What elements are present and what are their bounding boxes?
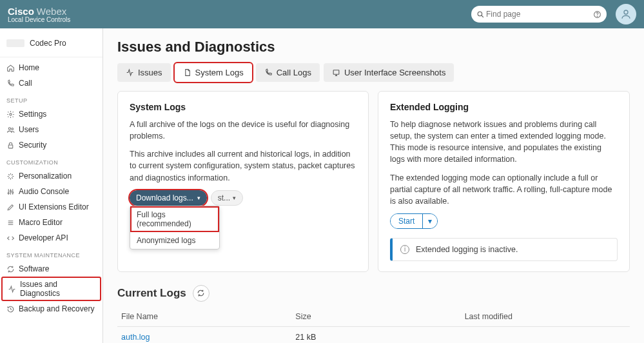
start-button-group[interactable]: Start ▾ [390, 213, 438, 229]
tab-label: Call Logs [277, 68, 311, 77]
sidebar: Codec Pro Home Call SETUP Settings Users… [0, 28, 103, 343]
start-caret-button[interactable]: ▾ [422, 214, 437, 228]
dropdown-option-anonymized-logs[interactable]: Anonymized logs [130, 232, 219, 249]
user-avatar[interactable] [616, 4, 636, 24]
svg-point-6 [8, 127, 10, 129]
activity-icon [126, 68, 134, 77]
list-icon [6, 219, 15, 227]
main-content: Issues and Diagnostics Issues System Log… [103, 28, 644, 343]
button-label: st... [218, 193, 230, 202]
pencil-icon [6, 203, 15, 211]
svg-rect-15 [333, 70, 339, 75]
sidebar-item-issues-diagnostics[interactable]: Issues and Diagnostics [1, 277, 101, 301]
sidebar-item-label: Call [19, 79, 32, 88]
sparkle-icon [6, 172, 15, 181]
file-icon [183, 68, 191, 77]
phone-icon [264, 68, 273, 77]
gear-icon [6, 110, 15, 119]
section-title: Current Logs [117, 287, 186, 300]
brand-webex: Webex [37, 6, 66, 17]
sidebar-item-ui-extensions[interactable]: UI Extensions Editor [0, 199, 102, 215]
col-size: Size [291, 307, 460, 327]
page-title: Issues and Diagnostics [117, 39, 630, 55]
start-button[interactable]: Start [391, 214, 422, 228]
sidebar-item-label: Users [19, 125, 39, 134]
search-box[interactable] [471, 6, 607, 23]
tab-call-logs[interactable]: Call Logs [256, 63, 320, 82]
sidebar-item-label: Backup and Recovery [19, 304, 94, 313]
search-icon [476, 10, 485, 19]
sliders-icon [6, 188, 15, 196]
status-text: Extended logging is inactive. [416, 245, 518, 254]
log-file-link[interactable]: auth.log [121, 333, 150, 342]
home-icon [6, 64, 15, 72]
download-logs-menu[interactable]: Download logs... ▾ Full logs (recommende… [130, 190, 207, 206]
panel-text: To help diagnose network issues and prob… [390, 119, 618, 166]
tab-label: User Interface Screenshots [344, 68, 446, 77]
tab-system-logs[interactable]: System Logs [175, 63, 252, 82]
log-size: 21 kB [291, 326, 460, 343]
sidebar-item-label: Home [19, 63, 39, 72]
tab-ui-screenshots[interactable]: User Interface Screenshots [324, 63, 454, 82]
refresh-icon [197, 289, 205, 297]
tab-label: System Logs [195, 68, 244, 77]
svg-point-0 [478, 12, 482, 16]
caret-down-icon: ▾ [233, 195, 236, 201]
svg-point-9 [8, 192, 9, 193]
refresh-button[interactable] [193, 285, 210, 302]
brand-block: Cisco Webex Local Device Controls [8, 6, 70, 23]
lock-icon [6, 141, 15, 150]
log-modified [461, 326, 630, 343]
device-image [6, 39, 24, 47]
code-icon [6, 234, 15, 242]
help-icon[interactable] [593, 10, 601, 19]
phone-icon [6, 79, 15, 88]
dropdown-option-full-logs[interactable]: Full logs (recommended) [130, 206, 219, 232]
sidebar-item-macro-editor[interactable]: Macro Editor [0, 215, 102, 230]
brand-cisco: Cisco [8, 6, 34, 17]
info-icon: i [400, 245, 409, 254]
sidebar-item-label: Security [19, 141, 46, 150]
svg-point-11 [12, 191, 14, 193]
sidebar-item-backup-recovery[interactable]: Backup and Recovery [0, 301, 102, 317]
sidebar-item-software[interactable]: Software [0, 261, 102, 277]
sidebar-item-label: Personalization [19, 172, 72, 181]
sidebar-item-developer-api[interactable]: Developer API [0, 230, 102, 246]
col-last-modified: Last modified [461, 307, 630, 327]
tab-bar: Issues System Logs Call Logs User Interf… [117, 63, 630, 82]
history-button[interactable]: st... ▾ [211, 190, 243, 206]
sidebar-item-label: Developer API [19, 233, 68, 242]
panel-title: Extended Logging [390, 102, 618, 112]
users-icon [6, 126, 15, 134]
sidebar-item-label: UI Extensions Editor [19, 202, 89, 211]
sidebar-item-label: Audio Console [19, 187, 69, 196]
history-icon [6, 305, 15, 313]
device-block[interactable]: Codec Pro [0, 32, 102, 57]
download-logs-button[interactable]: Download logs... ▾ [130, 190, 207, 206]
refresh-icon [6, 265, 15, 273]
sidebar-item-audio-console[interactable]: Audio Console [0, 184, 102, 199]
tab-issues[interactable]: Issues [117, 63, 171, 82]
tab-label: Issues [138, 68, 162, 77]
svg-point-4 [624, 10, 628, 14]
sidebar-item-security[interactable]: Security [0, 137, 102, 153]
svg-point-3 [597, 15, 598, 16]
sidebar-section-customization: CUSTOMIZATION [0, 153, 102, 168]
sidebar-item-call[interactable]: Call [0, 75, 102, 91]
col-file-name: File Name [117, 307, 291, 327]
screenshot-icon [332, 68, 340, 77]
panel-title: System Logs [130, 102, 356, 112]
search-input[interactable] [485, 9, 593, 19]
panel-system-logs: System Logs A full archive of the logs o… [117, 91, 369, 272]
sidebar-item-settings[interactable]: Settings [0, 106, 102, 122]
panel-extended-logging: Extended Logging To help diagnose networ… [378, 91, 630, 272]
sidebar-item-label: Settings [19, 110, 46, 119]
button-label: Download logs... [136, 193, 193, 202]
sidebar-item-users[interactable]: Users [0, 122, 102, 137]
sidebar-section-maintenance: SYSTEM MAINTENANCE [0, 246, 102, 261]
sidebar-item-home[interactable]: Home [0, 60, 102, 75]
panel-text: A full archive of the logs on the device… [130, 119, 356, 142]
current-logs-title-row: Current Logs [117, 285, 630, 302]
sidebar-item-personalization[interactable]: Personalization [0, 168, 102, 184]
panel-text: This archive includes all current and hi… [130, 148, 356, 183]
